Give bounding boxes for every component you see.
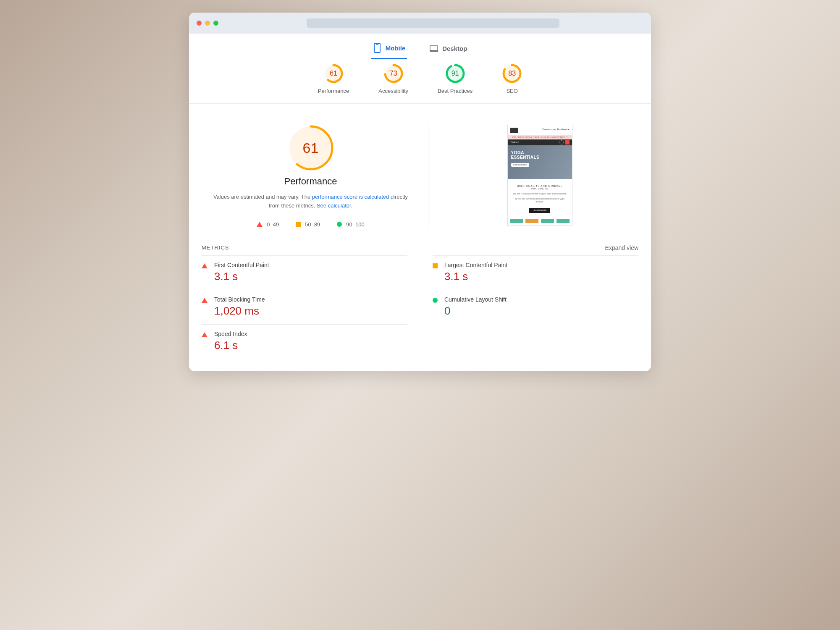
score-label: Best Practices <box>438 88 472 94</box>
tri-red-icon <box>202 332 207 337</box>
metrics-grid: First Contentful Paint 3.1 s Largest Con… <box>189 255 651 359</box>
score-accessibility[interactable]: 73 Accessibility <box>378 63 408 94</box>
tab-mobile-label: Mobile <box>386 45 406 52</box>
metric-name: First Contentful Paint <box>214 262 269 268</box>
browser-window: Mobile Desktop 61 Performance 73 Accessi… <box>189 13 651 371</box>
metric-value: 3.1 s <box>444 270 507 283</box>
metrics-header: METRICS Expand view <box>189 244 651 255</box>
main-row: 61 Performance Values are estimated and … <box>189 104 651 240</box>
circle-green-icon <box>337 222 342 227</box>
performance-description: Values are estimated and may vary. The p… <box>202 193 420 210</box>
maximize-icon[interactable] <box>213 21 218 26</box>
score-calc-link[interactable]: performance score is calculated <box>312 194 389 200</box>
score-value: 73 <box>383 63 404 84</box>
metric-total-blocking-time[interactable]: Total Blocking Time 1,020 ms <box>202 290 407 324</box>
device-tabs: Mobile Desktop <box>189 34 651 59</box>
metric-name: Total Blocking Time <box>214 296 265 303</box>
score-performance[interactable]: 61 Performance <box>318 63 349 94</box>
metric-speed-index[interactable]: Speed Index 6.1 s <box>202 324 407 359</box>
expand-view-button[interactable]: Expand view <box>605 244 638 251</box>
cart-icon <box>565 140 570 144</box>
search-icon <box>559 140 564 144</box>
legend-green-label: 90–100 <box>346 221 364 228</box>
preview-hero: YOGAESSENTIALS SHOP CLOTHING <box>508 145 572 179</box>
metric-value: 1,020 ms <box>214 304 265 318</box>
score-value: 83 <box>502 63 522 84</box>
preview-menu-label: ☰ MENU <box>510 141 519 144</box>
score-legend: 0–49 50–89 90–100 <box>202 221 420 228</box>
preview-nav: ☰ MENU <box>508 139 572 145</box>
mobile-icon <box>373 42 381 54</box>
preview-body: HIGH QUALITY AND MINDFUL PRODUCTS We aim… <box>508 179 572 219</box>
preview-topbar: Theme style: Portland ▾ <box>508 125 572 135</box>
dot-green-icon <box>433 298 438 303</box>
metric-value: 3.1 s <box>214 270 269 283</box>
preview-banner: 10% OFF ESSENTIALS FOR YOUR AT-HOME WORK… <box>508 135 572 139</box>
tab-desktop[interactable]: Desktop <box>428 39 469 59</box>
triangle-red-icon <box>257 222 262 227</box>
performance-title: Performance <box>202 176 420 187</box>
legend-red: 0–49 <box>257 221 279 228</box>
gauge-icon: 91 <box>445 63 465 84</box>
gauge-icon: 61 <box>323 63 344 84</box>
preview-cta: LEARN MORE <box>529 208 550 213</box>
preview-column: Theme style: Portland ▾ 10% OFF ESSENTIA… <box>441 125 638 228</box>
gauge-icon: 83 <box>502 63 522 84</box>
traffic-lights <box>197 21 218 26</box>
score-value: 91 <box>445 63 465 84</box>
preview-body-title: HIGH QUALITY AND MINDFUL PRODUCTS <box>511 185 569 190</box>
tri-red-icon <box>202 298 207 303</box>
performance-score-value: 61 <box>288 125 334 171</box>
svg-rect-2 <box>430 46 438 51</box>
preview-theme-label: Theme style: <box>542 128 556 131</box>
score-seo[interactable]: 83 SEO <box>502 63 522 94</box>
preview-hero-button: SHOP CLOTHING <box>511 163 529 167</box>
score-value: 61 <box>323 63 344 84</box>
preview-thumb <box>525 219 538 223</box>
phone-preview: Theme style: Portland ▾ 10% OFF ESSENTIA… <box>507 125 572 226</box>
page-content: Mobile Desktop 61 Performance 73 Accessi… <box>189 34 651 371</box>
preview-theme-value: Portland <box>557 128 567 131</box>
preview-menu-text: MENU <box>512 141 519 144</box>
metric-first-contentful-paint[interactable]: First Contentful Paint 3.1 s <box>202 255 407 290</box>
preview-body-p1: We aim to provide you with support, ease… <box>511 192 569 196</box>
preview-hero-line2: ESSENTIALS <box>511 155 540 160</box>
preview-thumbnails <box>508 219 572 226</box>
legend-green: 90–100 <box>337 221 364 228</box>
preview-hero-line1: YOGA <box>511 150 524 155</box>
perf-desc-pre: Values are estimated and may vary. The <box>213 194 312 200</box>
legend-orange: 50–89 <box>296 221 320 228</box>
tab-mobile[interactable]: Mobile <box>371 39 407 59</box>
preview-thumb <box>510 219 523 223</box>
tri-red-icon <box>202 263 207 268</box>
score-summary: 61 Performance 73 Accessibility 91 Best … <box>189 59 651 104</box>
preview-theme: Theme style: Portland ▾ <box>542 128 569 133</box>
close-icon[interactable] <box>197 21 202 26</box>
legend-red-label: 0–49 <box>267 221 279 228</box>
gauge-icon: 73 <box>383 63 404 84</box>
performance-gauge: 61 <box>288 125 334 171</box>
svg-rect-1 <box>376 44 378 45</box>
metric-name: Cumulative Layout Shift <box>444 296 507 303</box>
score-label: SEO <box>502 88 522 94</box>
metric-cumulative-layout-shift[interactable]: Cumulative Layout Shift 0 <box>433 290 638 324</box>
square-orange-icon <box>296 222 301 227</box>
metric-name: Largest Contentful Paint <box>444 262 507 268</box>
address-bar[interactable] <box>307 18 559 28</box>
metric-name: Speed Index <box>214 331 247 337</box>
sq-orange-icon <box>433 263 438 268</box>
metrics-title: METRICS <box>202 244 229 251</box>
metric-value: 0 <box>444 304 507 318</box>
metric-largest-contentful-paint[interactable]: Largest Contentful Paint 3.1 s <box>433 255 638 290</box>
minimize-icon[interactable] <box>205 21 210 26</box>
preview-thumb <box>541 219 554 223</box>
score-label: Performance <box>318 88 349 94</box>
score-label: Accessibility <box>378 88 408 94</box>
legend-orange-label: 50–89 <box>305 221 320 228</box>
score-best-practices[interactable]: 91 Best Practices <box>438 63 472 94</box>
preview-thumb <box>556 219 570 223</box>
svg-rect-3 <box>430 51 438 52</box>
see-calculator-link[interactable]: See calculator. <box>317 202 352 209</box>
tab-desktop-label: Desktop <box>442 45 467 52</box>
metric-value: 6.1 s <box>214 339 247 352</box>
